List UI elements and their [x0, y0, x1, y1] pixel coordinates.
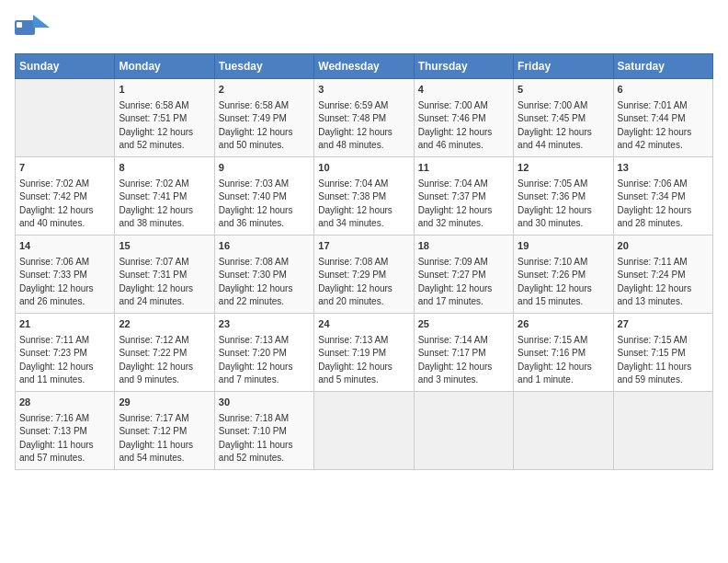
day-info-line: Sunrise: 7:02 AM [119, 178, 210, 191]
day-info-line: and 15 minutes. [518, 295, 609, 309]
day-info-line: and 36 minutes. [219, 217, 310, 231]
header-day-tuesday: Tuesday [214, 54, 313, 79]
day-info-line: and 11 minutes. [19, 373, 110, 387]
day-info-line: Sunset: 7:12 PM [119, 425, 210, 439]
day-info-line: and 20 minutes. [318, 295, 409, 309]
day-info-line: Daylight: 12 hours [219, 282, 310, 296]
day-number: 14 [19, 239, 110, 254]
header-day-saturday: Saturday [613, 54, 712, 79]
calendar-cell: 3Sunrise: 6:59 AMSunset: 7:48 PMDaylight… [314, 79, 414, 157]
day-info-line: and 46 minutes. [418, 139, 509, 153]
day-info-line: Sunset: 7:40 PM [219, 190, 310, 204]
day-number: 27 [618, 317, 709, 332]
logo [15, 15, 53, 42]
day-info-line: Daylight: 11 hours [219, 439, 310, 453]
calendar-week-4: 21Sunrise: 7:11 AMSunset: 7:23 PMDayligh… [16, 313, 713, 391]
day-number: 30 [219, 396, 310, 410]
calendar-cell: 16Sunrise: 7:08 AMSunset: 7:30 PMDayligh… [214, 235, 313, 313]
header-day-sunday: Sunday [16, 54, 115, 79]
page-header [15, 15, 713, 42]
day-info-line: Sunset: 7:49 PM [219, 112, 310, 126]
day-info-line: Sunrise: 7:00 AM [518, 99, 609, 113]
day-number: 2 [219, 83, 310, 98]
day-info-line: and 34 minutes. [318, 217, 409, 231]
day-info-line: Sunrise: 7:08 AM [219, 256, 310, 270]
day-info-line: Daylight: 12 hours [518, 126, 609, 140]
day-number: 29 [119, 396, 210, 410]
calendar-cell [514, 391, 613, 469]
day-info-line: Sunrise: 6:58 AM [119, 99, 210, 113]
day-info-line: and 28 minutes. [618, 217, 709, 231]
day-info-line: Sunrise: 7:12 AM [119, 334, 210, 348]
day-info-line: Sunrise: 7:04 AM [318, 178, 409, 191]
day-info-line: Sunset: 7:51 PM [119, 112, 210, 126]
day-info-line: Sunrise: 7:02 AM [19, 178, 110, 191]
day-number: 5 [518, 83, 609, 98]
day-number: 18 [418, 239, 509, 254]
day-number: 6 [618, 83, 709, 98]
day-info-line: Sunrise: 7:10 AM [518, 256, 609, 270]
day-info-line: Sunset: 7:48 PM [318, 112, 409, 126]
day-info-line: Sunrise: 7:03 AM [219, 178, 310, 191]
calendar-cell: 10Sunrise: 7:04 AMSunset: 7:38 PMDayligh… [314, 156, 414, 235]
calendar-cell [414, 391, 513, 469]
day-info-line: Daylight: 12 hours [119, 361, 210, 374]
day-number: 1 [119, 83, 210, 98]
day-info-line: Daylight: 12 hours [418, 282, 509, 296]
day-info-line: Sunset: 7:20 PM [219, 347, 310, 361]
day-info-line: Sunrise: 7:15 AM [618, 334, 709, 348]
day-info-line: Daylight: 11 hours [119, 439, 210, 453]
day-info-line: Daylight: 12 hours [119, 204, 210, 218]
day-number: 21 [19, 317, 110, 332]
day-number: 10 [318, 161, 409, 176]
calendar-cell: 18Sunrise: 7:09 AMSunset: 7:27 PMDayligh… [414, 235, 513, 313]
day-info-line: Sunset: 7:26 PM [518, 269, 609, 282]
day-info-line: and 7 minutes. [219, 373, 310, 387]
day-info-line: Sunset: 7:23 PM [19, 347, 110, 361]
day-number: 17 [318, 239, 409, 254]
calendar-cell: 26Sunrise: 7:15 AMSunset: 7:16 PMDayligh… [514, 313, 613, 391]
calendar-body: 1Sunrise: 6:58 AMSunset: 7:51 PMDaylight… [16, 79, 713, 470]
header-day-monday: Monday [115, 54, 214, 79]
day-info-line: Sunrise: 7:01 AM [618, 99, 709, 113]
day-info-line: Sunrise: 7:17 AM [119, 412, 210, 426]
day-number: 20 [618, 239, 709, 254]
logo-icon [15, 15, 50, 42]
day-info-line: Daylight: 12 hours [19, 361, 110, 374]
day-info-line: Sunset: 7:16 PM [518, 347, 609, 361]
day-info-line: Sunset: 7:36 PM [518, 190, 609, 204]
calendar-cell: 6Sunrise: 7:01 AMSunset: 7:44 PMDaylight… [613, 79, 712, 157]
calendar-cell: 13Sunrise: 7:06 AMSunset: 7:34 PMDayligh… [613, 156, 712, 235]
day-number: 26 [518, 317, 609, 332]
calendar-cell: 27Sunrise: 7:15 AMSunset: 7:15 PMDayligh… [613, 313, 712, 391]
day-info-line: Daylight: 12 hours [418, 204, 509, 218]
day-info-line: Sunset: 7:29 PM [318, 269, 409, 282]
day-number: 16 [219, 239, 310, 254]
calendar-cell: 17Sunrise: 7:08 AMSunset: 7:29 PMDayligh… [314, 235, 414, 313]
day-info-line: and 59 minutes. [618, 373, 709, 387]
day-info-line: Daylight: 11 hours [19, 439, 110, 453]
day-info-line: Sunset: 7:45 PM [518, 112, 609, 126]
day-info-line: Daylight: 12 hours [618, 126, 709, 140]
day-info-line: Sunrise: 7:00 AM [418, 99, 509, 113]
calendar-cell: 11Sunrise: 7:04 AMSunset: 7:37 PMDayligh… [414, 156, 513, 235]
day-info-line: Daylight: 12 hours [418, 126, 509, 140]
day-info-line: Daylight: 12 hours [518, 361, 609, 374]
day-number: 24 [318, 317, 409, 332]
day-info-line: Daylight: 12 hours [518, 204, 609, 218]
calendar-cell: 22Sunrise: 7:12 AMSunset: 7:22 PMDayligh… [115, 313, 214, 391]
day-info-line: Sunset: 7:42 PM [19, 190, 110, 204]
day-info-line: and 54 minutes. [119, 452, 210, 465]
day-info-line: Sunrise: 7:06 AM [618, 178, 709, 191]
day-info-line: Sunrise: 6:58 AM [219, 99, 310, 113]
calendar-cell: 30Sunrise: 7:18 AMSunset: 7:10 PMDayligh… [214, 391, 313, 469]
day-info-line: Sunrise: 7:11 AM [19, 334, 110, 348]
day-info-line: Sunset: 7:10 PM [219, 425, 310, 439]
calendar-week-1: 1Sunrise: 6:58 AMSunset: 7:51 PMDaylight… [16, 79, 713, 157]
day-info-line: Sunset: 7:15 PM [618, 347, 709, 361]
day-info-line: and 44 minutes. [518, 139, 609, 153]
day-info-line: Sunset: 7:34 PM [618, 190, 709, 204]
calendar-cell: 7Sunrise: 7:02 AMSunset: 7:42 PMDaylight… [16, 156, 115, 235]
calendar-cell: 9Sunrise: 7:03 AMSunset: 7:40 PMDaylight… [214, 156, 313, 235]
day-info-line: Sunrise: 7:16 AM [19, 412, 110, 426]
